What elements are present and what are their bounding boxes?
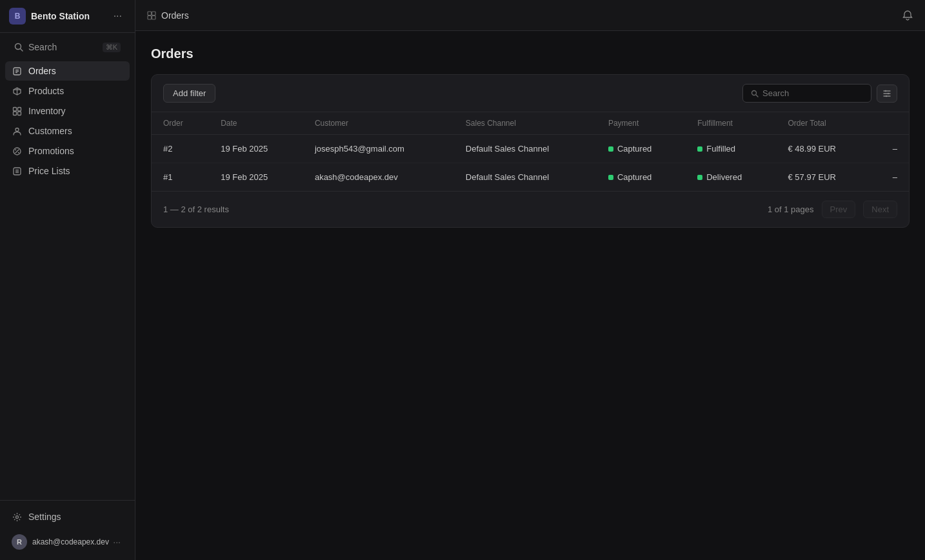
page-label: 1 of 1 pages [768, 205, 814, 214]
price-lists-icon [12, 166, 22, 176]
orders-card: Add filter [151, 74, 910, 228]
sidebar-header: B Bento Station ··· [0, 0, 135, 33]
brand-avatar: B [9, 8, 26, 25]
sidebar-more-button[interactable]: ··· [110, 9, 126, 23]
search-shortcut: ⌘K [103, 43, 121, 52]
notification-bell-button[interactable] [902, 10, 913, 21]
sidebar-brand: B Bento Station [9, 8, 90, 25]
sidebar-item-customers[interactable]: Customers [5, 121, 130, 141]
svg-point-15 [15, 149, 16, 150]
topbar-title: Orders [161, 10, 189, 21]
svg-rect-22 [148, 12, 152, 15]
sidebar-item-products-label: Products [28, 86, 64, 96]
svg-rect-24 [148, 15, 152, 19]
search-box[interactable] [742, 84, 871, 103]
table-row[interactable]: #1 19 Feb 2025 akash@codeapex.dev Defaul… [152, 163, 909, 192]
svg-point-33 [886, 95, 887, 96]
cell-fulfillment: Fulfilled [686, 135, 776, 163]
inventory-icon [12, 106, 22, 116]
user-avatar: R [12, 534, 27, 550]
col-sales-channel: Sales Channel [454, 112, 597, 135]
products-icon [12, 86, 22, 96]
search-input[interactable] [762, 88, 863, 98]
add-filter-button[interactable]: Add filter [163, 84, 215, 103]
sidebar-footer: Settings R akash@codeapex.dev ··· [0, 500, 135, 560]
next-button[interactable]: Next [863, 201, 897, 218]
sidebar-item-orders[interactable]: Orders [5, 61, 130, 81]
main-content: Orders Orders Add filter [135, 0, 925, 560]
svg-rect-11 [13, 107, 16, 111]
sidebar-item-settings[interactable]: Settings [5, 507, 130, 526]
cell-row-action: – [871, 135, 909, 163]
svg-point-26 [752, 90, 757, 95]
cell-payment: Captured [597, 135, 686, 163]
orders-page: Orders Add filter [135, 31, 925, 560]
cell-date: 19 Feb 2025 [209, 135, 303, 163]
cell-sales-channel: Default Sales Channel [454, 163, 597, 192]
svg-rect-10 [17, 112, 21, 115]
cell-order-total: € 48.99 EUR [777, 135, 872, 163]
svg-rect-23 [152, 12, 156, 15]
sidebar-search[interactable]: Search ⌘K [5, 37, 130, 57]
cell-date: 19 Feb 2025 [209, 163, 303, 192]
columns-button[interactable] [877, 85, 897, 103]
cell-order-id: #2 [152, 135, 209, 163]
cell-row-action: – [871, 163, 909, 192]
orders-toolbar: Add filter [152, 75, 909, 112]
col-actions [871, 112, 909, 135]
cell-fulfillment: Delivered [686, 163, 776, 192]
svg-line-27 [756, 95, 758, 97]
svg-rect-8 [13, 112, 16, 115]
svg-point-16 [17, 152, 19, 153]
promotions-icon [12, 146, 22, 156]
cell-customer: josesph543@gmail.com [303, 135, 454, 163]
table-row[interactable]: #2 19 Feb 2025 josesph543@gmail.com Defa… [152, 135, 909, 163]
customers-icon [12, 126, 22, 136]
svg-line-1 [21, 49, 23, 52]
prev-button[interactable]: Prev [822, 201, 856, 218]
col-date: Date [209, 112, 303, 135]
sidebar-item-inventory-label: Inventory [28, 106, 66, 116]
svg-point-12 [15, 128, 19, 131]
orders-table: Order Date Customer Sales Channel Paymen… [152, 112, 909, 191]
col-fulfillment: Fulfillment [686, 112, 776, 135]
topbar-layout-icon [147, 11, 156, 20]
col-payment: Payment [597, 112, 686, 135]
sidebar-item-price-lists[interactable]: Price Lists [5, 161, 130, 181]
svg-point-32 [888, 92, 889, 94]
topbar: Orders [135, 0, 925, 31]
sidebar-item-promotions-label: Promotions [28, 146, 74, 156]
svg-point-31 [885, 90, 886, 91]
cell-order-id: #1 [152, 163, 209, 192]
sidebar-item-orders-label: Orders [28, 66, 56, 76]
sidebar-item-promotions[interactable]: Promotions [5, 141, 130, 161]
sidebar-nav: Orders Products I [0, 59, 135, 500]
cell-sales-channel: Default Sales Channel [454, 135, 597, 163]
pagination-info: 1 — 2 of 2 results [163, 205, 229, 214]
search-icon [14, 43, 23, 52]
brand-name: Bento Station [31, 11, 90, 21]
settings-icon [12, 512, 22, 522]
cell-customer: akash@codeapex.dev [303, 163, 454, 192]
table-header-row: Order Date Customer Sales Channel Paymen… [152, 112, 909, 135]
svg-point-21 [15, 515, 18, 518]
sidebar: B Bento Station ··· Search ⌘K [0, 0, 135, 560]
user-row[interactable]: R akash@codeapex.dev ··· [5, 530, 130, 554]
col-order-total: Order Total [777, 112, 872, 135]
sidebar-search-label: Search [28, 42, 57, 52]
sidebar-item-price-lists-label: Price Lists [28, 166, 70, 176]
cell-payment: Captured [597, 163, 686, 192]
search-icon [751, 90, 759, 97]
sidebar-item-inventory[interactable]: Inventory [5, 101, 130, 121]
svg-rect-9 [17, 107, 21, 111]
orders-icon [12, 66, 22, 76]
user-email: akash@codeapex.dev [32, 537, 109, 546]
col-order: Order [152, 112, 209, 135]
user-more-button[interactable]: ··· [110, 535, 123, 548]
svg-rect-25 [152, 15, 156, 19]
cell-order-total: € 57.97 EUR [777, 163, 872, 192]
sidebar-item-customers-label: Customers [28, 126, 72, 136]
page-title: Orders [151, 46, 910, 61]
col-customer: Customer [303, 112, 454, 135]
sidebar-item-products[interactable]: Products [5, 81, 130, 101]
